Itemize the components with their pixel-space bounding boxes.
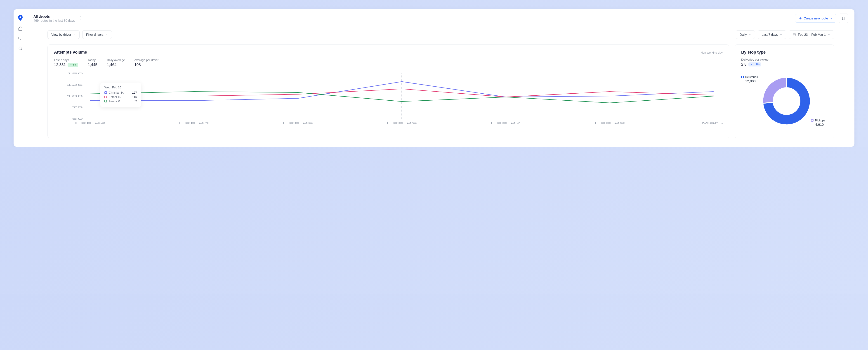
metric-label: Daily average — [107, 58, 125, 62]
svg-text:150: 150 — [66, 72, 83, 75]
series-swatch-icon — [104, 91, 107, 94]
create-route-button[interactable]: Create new route — [795, 14, 836, 23]
tt-val: 115 — [132, 95, 137, 98]
search-icon[interactable] — [18, 46, 23, 51]
svg-text:100: 100 — [66, 95, 83, 97]
chevron-down-icon — [830, 17, 833, 20]
svg-text:Feb 24: Feb 24 — [179, 121, 210, 124]
svg-text:Feb 28: Feb 28 — [594, 121, 625, 124]
tt-name: Christian H. — [109, 91, 130, 94]
view-by-dropdown[interactable]: View by driver — [48, 30, 80, 39]
depot-selector[interactable]: All depots 469 routes in the last 30 day… — [33, 14, 75, 22]
tt-val: 127 — [132, 91, 137, 94]
content: Attempts volume - - - Non-working day La… — [27, 44, 855, 138]
tooltip-row: Trevor P. 82 — [104, 99, 137, 103]
leg-name: Deliveries — [745, 75, 758, 79]
svg-rect-0 — [19, 37, 22, 39]
donut-chart[interactable]: Deliveries 12,803 Pickups 4,610 — [741, 69, 828, 133]
stop-val: 2.8 — [741, 62, 747, 67]
metric-val: 12,351 — [54, 63, 66, 67]
delta-val: 6% — [72, 63, 76, 66]
line-chart[interactable]: 5075100125150Feb 23Feb 24Feb 25Feb 26Feb… — [54, 71, 723, 125]
calendar-icon — [793, 33, 796, 36]
depot-subtitle: 469 routes in the last 30 days — [33, 19, 75, 22]
metric-last7: Last 7 days 12,351 ↗ 6% — [54, 58, 78, 67]
bookmark-button[interactable] — [839, 13, 848, 23]
metric-avg: Daily average 1,464 — [107, 58, 125, 67]
filter-label: Filter drivers — [86, 33, 103, 36]
tooltip-row: Christian H. 127 — [104, 91, 137, 94]
granularity-dropdown[interactable]: Daily — [736, 30, 755, 39]
svg-text:Feb 23: Feb 23 — [74, 121, 105, 124]
series-swatch-icon — [104, 100, 107, 103]
metric-label: Today — [88, 58, 97, 62]
svg-text:50: 50 — [72, 117, 83, 120]
arrow-up-icon: ↗ — [69, 63, 72, 66]
stop-title: By stop type — [741, 50, 828, 55]
home-icon[interactable] — [18, 26, 23, 31]
attempts-title: Attempts volume — [54, 50, 87, 55]
logo-pin-icon — [18, 15, 23, 21]
filters-toolbar: View by driver Filter drivers Daily Last… — [27, 28, 855, 44]
sidebar-rail — [13, 9, 27, 147]
nwd-label: Non-working day — [701, 51, 723, 54]
chart-tooltip: Wed, Feb 26 Christian H. 127 Esther H. 1… — [100, 83, 141, 107]
svg-text:125: 125 — [66, 83, 83, 86]
tooltip-date: Wed, Feb 26 — [104, 86, 137, 89]
chevron-down-icon — [105, 33, 108, 36]
metric-val: 108 — [134, 63, 158, 67]
attempts-volume-card: Attempts volume - - - Non-working day La… — [48, 44, 729, 138]
tt-name: Esther H. — [109, 95, 130, 98]
metric-label: Average per driver — [134, 58, 158, 62]
stop-sub: Deliveries per pickup — [741, 58, 828, 61]
svg-text:Feb 27: Feb 27 — [490, 121, 521, 124]
depot-title: All depots — [33, 14, 75, 18]
app-window: All depots 469 routes in the last 30 day… — [13, 9, 855, 147]
delta-pill: ↗ 1.1% — [748, 62, 761, 66]
metric-val: 1,464 — [107, 63, 125, 67]
leg-name: Pickups — [815, 119, 825, 122]
pickups-legend: Pickups 4,610 — [811, 119, 825, 126]
svg-text:Mar 1: Mar 1 — [701, 121, 723, 124]
chevron-down-icon — [748, 33, 751, 36]
leg-val: 4,610 — [815, 122, 825, 126]
depot-chevrons-icon[interactable]: ⌃⌃ — [79, 17, 81, 20]
presentation-icon[interactable] — [18, 36, 23, 41]
metric-per-driver: Average per driver 108 — [134, 58, 158, 67]
leg-val: 12,803 — [745, 79, 758, 83]
topbar: All depots 469 routes in the last 30 day… — [27, 9, 855, 28]
view-by-label: View by driver — [51, 33, 71, 36]
date-label: Feb 23 – Feb Mar 1 — [798, 33, 826, 36]
svg-text:Feb 25: Feb 25 — [283, 121, 313, 124]
svg-point-1 — [19, 47, 21, 49]
arrow-up-icon: ↗ — [750, 63, 752, 66]
metric-val: 1,445 — [88, 63, 97, 67]
svg-rect-2 — [793, 34, 796, 36]
series-swatch-icon — [741, 76, 744, 78]
chevron-down-icon — [780, 33, 782, 36]
main-content: All depots 469 routes in the last 30 day… — [27, 9, 855, 147]
chevron-down-icon — [828, 33, 830, 36]
granularity-label: Daily — [740, 33, 747, 36]
tt-val: 82 — [134, 99, 137, 103]
series-swatch-icon — [104, 96, 107, 98]
chevron-down-icon — [73, 33, 76, 36]
tooltip-row: Esther H. 115 — [104, 95, 137, 98]
plus-icon — [799, 17, 802, 20]
filter-drivers-dropdown[interactable]: Filter drivers — [82, 30, 112, 39]
svg-text:75: 75 — [72, 106, 83, 109]
metrics-row: Last 7 days 12,351 ↗ 6% Today 1,445 — [54, 58, 723, 67]
range-label: Last 7 days — [762, 33, 778, 36]
series-swatch-icon — [811, 119, 813, 122]
range-dropdown[interactable]: Last 7 days — [758, 30, 786, 39]
dashes-icon: - - - — [693, 51, 699, 54]
date-picker[interactable]: Feb 23 – Feb Mar 1 — [789, 30, 834, 39]
delta-pill: ↗ 6% — [68, 63, 78, 67]
bookmark-icon — [842, 17, 845, 20]
deliveries-legend: Deliveries 12,803 — [741, 75, 758, 83]
tt-name: Trevor P. — [109, 99, 132, 103]
nwd-legend: - - - Non-working day — [693, 51, 723, 54]
metric-label: Last 7 days — [54, 58, 78, 62]
stop-type-card: By stop type Deliveries per pickup 2.8 ↗… — [735, 44, 834, 138]
svg-text:Feb 26: Feb 26 — [386, 121, 417, 124]
